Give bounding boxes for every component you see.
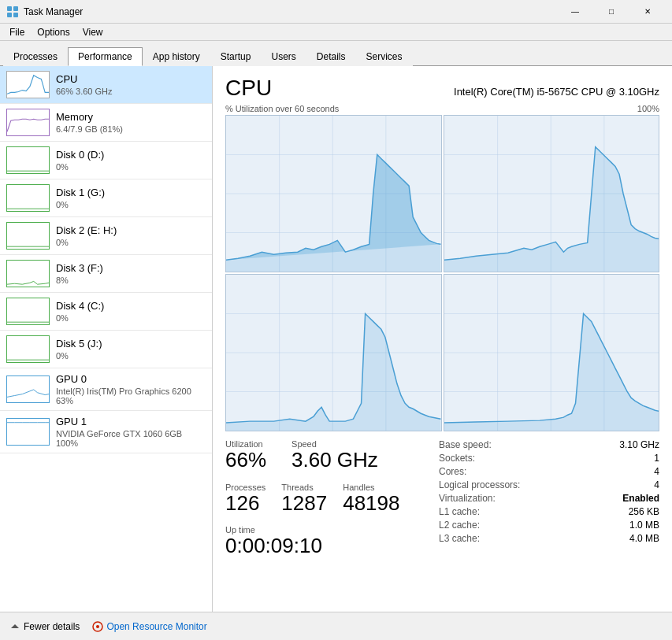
main-content: CPU 66% 3.60 GHz Memory 6.4/7.9 GB (81%)	[0, 66, 672, 612]
threads-stat: Threads 1287	[281, 483, 327, 515]
cpu-chart-1	[225, 115, 442, 272]
svg-marker-32	[11, 624, 19, 628]
tab-app-history[interactable]: App history	[143, 47, 210, 66]
cpu-panel-title: CPU	[225, 76, 272, 101]
disk0-thumb	[6, 146, 50, 174]
menu-file[interactable]: File	[3, 25, 31, 39]
utilization-stat: Utilization 66%	[225, 439, 266, 472]
stats-left: Utilization 66% Speed 3.60 GHz Processes…	[225, 439, 439, 562]
sidebar-item-disk0[interactable]: Disk 0 (D:) 0%	[0, 142, 212, 179]
gpu0-thumb	[6, 375, 50, 403]
spec-cores-label: Cores:	[439, 466, 466, 477]
disk2-sub: 0%	[56, 238, 117, 247]
tab-processes[interactable]: Processes	[3, 47, 68, 66]
utilization-value: 66%	[225, 449, 266, 472]
spec-cores-value: 4	[654, 466, 659, 477]
resource-monitor-icon	[92, 621, 103, 632]
handles-stat: Handles 48198	[343, 483, 399, 515]
maximize-button[interactable]: □	[593, 0, 629, 24]
sidebar-item-disk2[interactable]: Disk 2 (E: H:) 0%	[0, 217, 212, 255]
spec-table: Base speed: 3.10 GHz Sockets: 1 Cores: 4…	[439, 439, 659, 544]
open-resource-monitor-label: Open Resource Monitor	[106, 621, 206, 632]
spec-l3-value: 4.0 MB	[629, 533, 659, 544]
spec-virtualization-label: Virtualization:	[439, 493, 496, 504]
svg-point-34	[96, 625, 99, 628]
disk4-thumb	[6, 298, 50, 325]
disk1-label: Disk 1 (G:)	[56, 187, 105, 198]
minimize-button[interactable]: —	[557, 0, 593, 24]
disk0-sub: 0%	[56, 162, 104, 172]
chart-label-row: % Utilization over 60 seconds 100%	[225, 104, 659, 113]
cpu-chart-4	[444, 274, 660, 431]
sidebar-item-cpu[interactable]: CPU 66% 3.60 GHz	[0, 66, 212, 104]
memory-thumb	[6, 109, 50, 136]
speed-value: 3.60 GHz	[291, 449, 378, 472]
tab-startup[interactable]: Startup	[210, 47, 262, 66]
svg-marker-24	[226, 314, 441, 431]
gpu1-sub: NVIDIA GeForce GTX 1060 6GB 100%	[56, 429, 182, 448]
titlebar-left: Task Manager	[6, 6, 83, 18]
gpu1-info: GPU 1 NVIDIA GeForce GTX 1060 6GB 100%	[56, 416, 182, 448]
app-icon	[6, 6, 19, 18]
sidebar-item-disk5[interactable]: Disk 5 (J:) 0%	[0, 331, 212, 368]
threads-value: 1287	[281, 492, 327, 515]
titlebar: Task Manager — □ ✕	[0, 0, 672, 24]
sidebar: CPU 66% 3.60 GHz Memory 6.4/7.9 GB (81%)	[0, 66, 213, 612]
cpu-thumb	[6, 71, 50, 98]
open-resource-monitor-button[interactable]: Open Resource Monitor	[92, 621, 206, 632]
disk5-label: Disk 5 (J:)	[56, 338, 102, 350]
spec-logical-label: Logical processors:	[439, 479, 520, 490]
sidebar-item-gpu1[interactable]: GPU 1 NVIDIA GeForce GTX 1060 6GB 100%	[0, 411, 212, 453]
cpu-model: Intel(R) Core(TM) i5-5675C CPU @ 3.10GHz	[454, 86, 659, 98]
cpu-label: CPU	[56, 73, 113, 85]
disk1-sub: 0%	[56, 200, 105, 209]
memory-label: Memory	[56, 111, 123, 123]
cpu-charts-grid	[225, 115, 659, 431]
spec-l1: L1 cache: 256 KB	[439, 506, 659, 517]
disk2-info: Disk 2 (E: H:) 0%	[56, 224, 117, 247]
disk5-thumb	[6, 335, 50, 363]
spec-l1-label: L1 cache:	[439, 506, 480, 517]
handles-value: 48198	[343, 492, 399, 515]
menubar: File Options View	[0, 24, 672, 41]
tab-details[interactable]: Details	[306, 47, 356, 66]
tab-users[interactable]: Users	[261, 47, 306, 66]
tab-performance[interactable]: Performance	[68, 47, 143, 66]
spec-l3: L3 cache: 4.0 MB	[439, 533, 659, 544]
svg-marker-10	[226, 155, 441, 272]
sidebar-item-disk4[interactable]: Disk 4 (C:) 0%	[0, 293, 212, 331]
stats-right: Base speed: 3.10 GHz Sockets: 1 Cores: 4…	[439, 439, 659, 562]
spec-l2: L2 cache: 1.0 MB	[439, 520, 659, 531]
menu-options[interactable]: Options	[31, 25, 76, 39]
disk1-info: Disk 1 (G:) 0%	[56, 187, 105, 209]
chart-label: % Utilization over 60 seconds	[225, 104, 339, 113]
svg-marker-31	[444, 314, 659, 431]
disk3-label: Disk 3 (F:)	[56, 262, 103, 274]
gpu0-info: GPU 0 Intel(R) Iris(TM) Pro Graphics 620…	[56, 373, 191, 405]
spec-l3-label: L3 cache:	[439, 533, 480, 544]
spec-l1-value: 256 KB	[629, 506, 659, 517]
disk0-label: Disk 0 (D:)	[56, 149, 104, 161]
sidebar-item-memory[interactable]: Memory 6.4/7.9 GB (81%)	[0, 104, 212, 142]
bottombar: Fewer details Open Resource Monitor	[0, 612, 672, 640]
disk5-info: Disk 5 (J:) 0%	[56, 338, 102, 361]
sidebar-item-disk1[interactable]: Disk 1 (G:) 0%	[0, 179, 212, 217]
tab-services[interactable]: Services	[356, 47, 413, 66]
svg-rect-3	[13, 13, 18, 17]
threads-label: Threads	[281, 483, 327, 492]
sidebar-item-gpu0[interactable]: GPU 0 Intel(R) Iris(TM) Pro Graphics 620…	[0, 368, 212, 411]
fewer-details-label: Fewer details	[24, 621, 80, 632]
spec-l2-value: 1.0 MB	[629, 520, 659, 531]
spec-virtualization-value: Enabled	[622, 493, 659, 504]
close-button[interactable]: ✕	[629, 0, 666, 24]
menu-view[interactable]: View	[76, 25, 110, 39]
sidebar-item-disk3[interactable]: Disk 3 (F:) 8%	[0, 255, 212, 293]
spec-base-speed-label: Base speed:	[439, 439, 492, 450]
disk5-sub: 0%	[56, 351, 102, 361]
disk4-label: Disk 4 (C:)	[56, 300, 104, 312]
disk4-sub: 0%	[56, 313, 104, 323]
disk3-thumb	[6, 260, 50, 287]
spec-sockets: Sockets: 1	[439, 453, 659, 464]
fewer-details-button[interactable]: Fewer details	[9, 621, 80, 632]
uptime-stat: Up time 0:00:09:10	[225, 525, 439, 557]
